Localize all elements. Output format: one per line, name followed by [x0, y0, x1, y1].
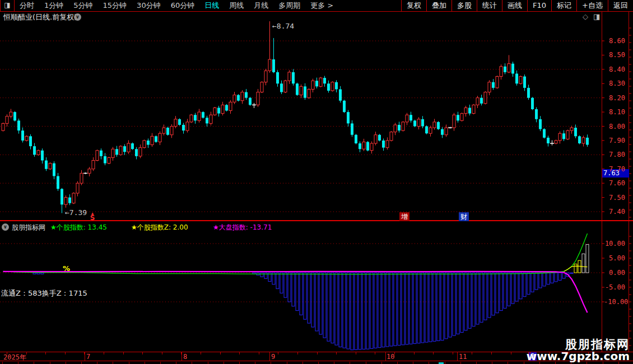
indicator-axis-label: -5.00 — [604, 283, 625, 291]
indicator-axis-label: -10.00 — [604, 298, 625, 306]
bottom-strip-tick — [492, 362, 492, 364]
period-tab-5[interactable]: 60分钟 — [166, 0, 200, 11]
timeline-tick — [394, 352, 395, 354]
diamond-icon[interactable]: ◇ — [583, 12, 588, 21]
timeline-tick — [142, 352, 143, 354]
bottom-strip-tick — [224, 362, 224, 364]
period-tab-8[interactable]: 月线 — [249, 0, 273, 11]
indicator-axis-label: 5.00 — [604, 254, 625, 262]
timeline-tick — [278, 352, 278, 354]
timeline-tick — [472, 352, 472, 354]
bottom-strip-tick — [2, 362, 3, 364]
action-button-8[interactable]: 返回 — [608, 0, 633, 11]
price-label: 8.00 — [604, 123, 625, 130]
bottom-strip-tick — [145, 362, 145, 364]
timeline-tick — [220, 352, 221, 354]
period-tab-7[interactable]: 周线 — [224, 0, 249, 11]
timeline-tick — [123, 352, 124, 354]
timeline-tick — [453, 352, 453, 354]
bottom-strip-tick — [192, 362, 192, 364]
timeline-tick — [65, 352, 66, 354]
bottom-strip-tick — [160, 362, 161, 364]
price-label: 8.60 — [604, 37, 625, 45]
sell-signal-marker: ▲ S — [89, 212, 96, 221]
bottom-strip-tick — [366, 362, 366, 364]
split-view-icon[interactable]: ◨ — [593, 12, 600, 21]
timeline-label: 8 — [183, 353, 187, 361]
price-label: 7.80 — [604, 151, 625, 158]
timeline-label: 7 — [86, 353, 90, 361]
title-chevron-down-icon[interactable]: ∨ — [74, 13, 81, 21]
action-button-1[interactable]: 叠加 — [426, 0, 452, 11]
action-buttons: 复权叠加多股统计画线F10标记+自选返回 — [401, 0, 633, 11]
bottom-strip-tick — [302, 362, 303, 364]
badge-zeng: 增 — [399, 212, 409, 221]
action-button-2[interactable]: 多股 — [452, 0, 477, 11]
timeline-label: 11 — [459, 353, 467, 361]
action-button-6[interactable]: 标记 — [551, 0, 576, 11]
timeline-tick — [45, 352, 46, 354]
action-button-7[interactable]: +自选 — [576, 0, 608, 11]
period-tab-4[interactable]: 30分钟 — [132, 0, 166, 11]
bottom-strip-tick — [97, 362, 97, 364]
bottom-strip-tick — [208, 362, 208, 364]
price-label: 8.30 — [604, 80, 625, 87]
indicator-chevron-down-icon[interactable]: ∨ — [2, 223, 9, 231]
indicator-value-stock-index: ★个股指数: 13.45 — [50, 223, 107, 232]
bottom-strip-tick — [34, 362, 34, 364]
timeline-tick — [84, 352, 85, 354]
action-button-4[interactable]: 画线 — [502, 0, 527, 11]
period-tab-1[interactable]: 1分钟 — [39, 0, 68, 11]
timeline-tick — [239, 352, 240, 354]
timeline-tick — [336, 352, 337, 354]
timeline-tick — [414, 352, 415, 354]
low-annotation: ←7.39 — [65, 208, 87, 217]
timeline-tick — [511, 352, 511, 354]
timeline-separator — [385, 352, 386, 361]
indicator-axis-label: 10.00 — [604, 240, 625, 248]
indicator-source-label: 股朋指标网 — [12, 223, 45, 232]
bottom-strip-tick — [397, 362, 398, 364]
period-tab-6[interactable]: 日线 — [199, 0, 224, 11]
period-tab-3[interactable]: 15分钟 — [98, 0, 132, 11]
indicator-canvas[interactable] — [0, 232, 633, 352]
action-button-0[interactable]: 复权 — [401, 0, 426, 11]
timeline-tick — [317, 352, 318, 354]
period-tab-10[interactable]: 更多 > — [305, 0, 338, 11]
timeline-tick — [104, 352, 104, 354]
period-tab-2[interactable]: 5分钟 — [68, 0, 97, 11]
bottom-strip-tick — [508, 362, 508, 364]
timeline-tick — [162, 352, 162, 354]
indicator-value-market-index: ★大盘指数: -13.71 — [213, 223, 272, 232]
timeline-tick — [201, 352, 201, 354]
watermark: 股朋指标网 www.7gpzb.com — [527, 338, 630, 362]
timeline-label: 9 — [271, 353, 275, 361]
period-tab-0[interactable]: 分时 — [15, 0, 39, 11]
bottom-strip-tick — [318, 362, 319, 364]
bottom-strip-tick — [287, 362, 287, 364]
bottom-strip-tick — [334, 362, 334, 364]
bottom-strip-tick — [350, 362, 350, 364]
timeline-tick — [259, 352, 259, 354]
price-label: 8.40 — [604, 66, 625, 73]
period-tab-9[interactable]: 多周期 — [273, 0, 305, 11]
bottom-strip-tick — [381, 362, 382, 364]
price-label: 7.60 — [604, 179, 625, 187]
bottom-strip-tick — [255, 362, 255, 364]
timeline-tick — [181, 352, 181, 354]
bottom-strip-tick — [81, 362, 82, 364]
bottom-strip-tick — [66, 362, 66, 364]
period-tabs: ◨ 分时1分钟5分钟15分钟30分钟60分钟日线周线月线多周期更多 > — [0, 0, 338, 11]
timeline-separator — [457, 352, 458, 361]
bottom-strip-tick — [476, 362, 477, 364]
action-button-3[interactable]: 统计 — [477, 0, 502, 11]
bottom-strip-tick — [113, 362, 113, 364]
bottom-strip-tick — [445, 362, 445, 364]
timeline-separator — [85, 352, 85, 361]
main-chart-canvas[interactable] — [0, 21, 633, 221]
timeline-separator — [269, 352, 270, 361]
bottom-strip-tick — [129, 362, 129, 364]
window-split-icon[interactable]: ◨ — [0, 0, 15, 11]
action-button-5[interactable]: F10 — [527, 0, 551, 11]
top-toolbar: ◨ 分时1分钟5分钟15分钟30分钟60分钟日线周线月线多周期更多 > 复权叠加… — [0, 0, 633, 12]
